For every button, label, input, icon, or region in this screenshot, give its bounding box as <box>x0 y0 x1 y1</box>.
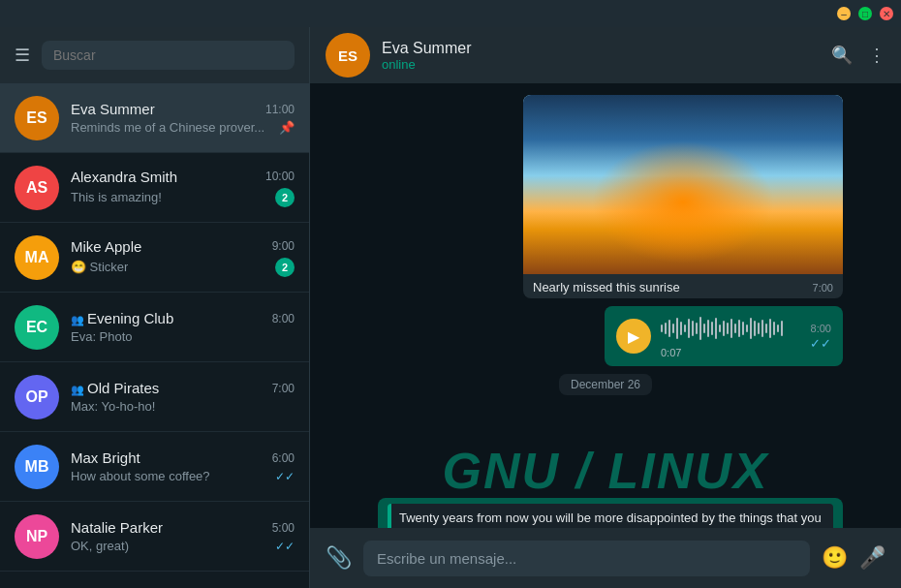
waveform-bar <box>746 325 748 332</box>
chat-header-name: Eva Summer <box>382 40 820 57</box>
group-icon: 👥 <box>71 384 87 395</box>
chat-top: 👥 Old Pirates 7:00 <box>71 380 295 396</box>
maximize-button[interactable]: □ <box>858 7 872 20</box>
waveform-bar <box>727 323 729 334</box>
attachment-icon[interactable]: 📎 <box>326 545 352 571</box>
chat-item[interactable]: AS Alexandra Smith 10:00 This is amazing… <box>0 153 309 223</box>
chat-name: 👥 Old Pirates <box>71 380 159 396</box>
chat-header-info: Eva Summer online <box>382 40 820 72</box>
waveform-bar <box>672 324 674 333</box>
search-icon[interactable]: 🔍 <box>831 45 853 66</box>
waveform-bar <box>730 319 732 338</box>
quoted-message-bubble: Twenty years from now you will be more d… <box>378 498 843 528</box>
chat-panel: ES Eva Summer online 🔍 ⋮ Nearly missed t… <box>310 27 901 588</box>
image-bubble: Nearly missed this sunrise 7:00 <box>523 95 843 298</box>
chat-name: Eva Summer <box>71 101 155 117</box>
chat-info: Max Bright 6:00 How about some coffee? ✓… <box>71 449 295 483</box>
waveform-bar <box>781 321 783 336</box>
audio-waveform <box>661 314 783 343</box>
emoji-icon[interactable]: 🙂 <box>822 545 848 571</box>
waveform-bar <box>703 324 705 333</box>
play-button[interactable]: ▶ <box>616 319 651 354</box>
avatar: ES <box>15 96 59 140</box>
waveform-bar <box>715 318 717 339</box>
message-input[interactable] <box>363 541 810 576</box>
menu-icon[interactable]: ☰ <box>15 45 30 66</box>
chat-item[interactable]: OP 👥 Old Pirates 7:00 Max: Yo-ho-ho! <box>0 362 309 432</box>
sunrise-image <box>523 95 843 274</box>
waveform-bar <box>738 320 740 337</box>
quote-text: Twenty years from now you will be more d… <box>399 510 825 528</box>
waveform-bar <box>696 323 698 334</box>
close-button[interactable]: ✕ <box>880 7 893 20</box>
search-input[interactable] <box>42 41 295 70</box>
waveform-bar <box>688 319 690 338</box>
more-options-icon[interactable]: ⋮ <box>868 45 885 66</box>
chat-item[interactable]: NP Natalie Parker 5:00 OK, great) ✓✓ <box>0 502 309 572</box>
avatar: OP <box>15 375 59 419</box>
group-icon: 👥 <box>71 314 87 325</box>
chat-name: Max Bright <box>71 449 140 466</box>
chat-time: 6:00 <box>272 451 295 465</box>
quoted-message-row: Twenty years from now you will be more d… <box>368 498 843 528</box>
chat-header-avatar: ES <box>326 33 370 77</box>
avatar: MA <box>15 235 59 280</box>
chat-item[interactable]: ES Eva Summer 11:00 Reminds me of a Chin… <box>0 83 309 153</box>
waveform-bar <box>723 321 725 336</box>
waveform-bar <box>692 321 694 336</box>
audio-check: ✓✓ <box>810 336 831 351</box>
chat-top: 👥 Evening Club 8:00 <box>71 310 295 326</box>
chat-name: Natalie Parker <box>71 519 163 536</box>
gnu-image-area: GNU / LINUX <box>368 403 843 490</box>
minimize-button[interactable]: – <box>837 7 851 20</box>
avatar: EC <box>15 305 59 350</box>
quote-block: Twenty years from now you will be more d… <box>388 504 833 528</box>
chat-preview: How about some coffee? <box>71 469 210 483</box>
chat-info: Natalie Parker 5:00 OK, great) ✓✓ <box>71 519 295 553</box>
chat-info: 👥 Evening Club 8:00 Eva: Photo <box>71 310 295 344</box>
unread-badge: 2 <box>275 188 295 207</box>
audio-message: ▶ 0:07 8:00 ✓✓ <box>368 306 843 366</box>
chat-time: 9:00 <box>272 239 295 253</box>
chat-item[interactable]: DJ Davy Jones 4:00 Keynote.pdf <box>0 572 309 588</box>
waveform-bar <box>754 321 756 336</box>
waveform-bar <box>773 322 775 335</box>
image-message: Nearly missed this sunrise 7:00 <box>368 95 843 298</box>
waveform-bar <box>684 325 686 332</box>
waveform-bar <box>769 319 771 338</box>
waveform-bar <box>758 323 760 334</box>
chat-header-status: online <box>382 57 820 72</box>
chat-bottom: Eva: Photo <box>71 329 295 344</box>
waveform-bar <box>750 318 752 339</box>
chat-bottom: Max: Yo-ho-ho! <box>71 399 295 414</box>
chat-item[interactable]: MB Max Bright 6:00 How about some coffee… <box>0 432 309 502</box>
pin-icon: 📌 <box>279 120 295 135</box>
gnu-linux-text: GNU / LINUX <box>443 442 769 490</box>
avatar: MB <box>15 445 59 489</box>
chat-info: Eva Summer 11:00 Reminds me of a Chinese… <box>71 101 295 135</box>
titlebar: – □ ✕ <box>0 0 901 27</box>
chat-info: Alexandra Smith 10:00 This is amazing! 2 <box>71 169 295 207</box>
chat-time: 11:00 <box>265 103 295 116</box>
waveform-bar <box>676 318 678 339</box>
chat-name: Mike Apple <box>71 238 141 255</box>
waveform-bar <box>777 325 779 332</box>
chat-time: 8:00 <box>272 312 295 325</box>
avatar: NP <box>15 514 59 559</box>
chat-info: 👥 Old Pirates 7:00 Max: Yo-ho-ho! <box>71 380 295 414</box>
chat-top: Eva Summer 11:00 <box>71 101 295 117</box>
waveform-bar <box>680 322 682 335</box>
waveform-bar <box>665 323 667 334</box>
chat-top: Mike Apple 9:00 <box>71 238 295 255</box>
avatar: DJ <box>15 584 59 589</box>
image-time: 7:00 <box>813 282 833 294</box>
chat-item[interactable]: MA Mike Apple 9:00 😁 Sticker 2 <box>0 223 309 293</box>
chat-bottom: 😁 Sticker 2 <box>71 258 295 277</box>
chat-item[interactable]: EC 👥 Evening Club 8:00 Eva: Photo <box>0 293 309 362</box>
waveform-bar <box>661 325 663 332</box>
chat-top: Natalie Parker 5:00 <box>71 519 295 536</box>
chat-header: ES Eva Summer online 🔍 ⋮ <box>310 27 901 83</box>
double-tick-icon: ✓✓ <box>275 540 295 553</box>
chat-time: 7:00 <box>272 382 295 395</box>
microphone-icon[interactable]: 🎤 <box>859 545 885 571</box>
